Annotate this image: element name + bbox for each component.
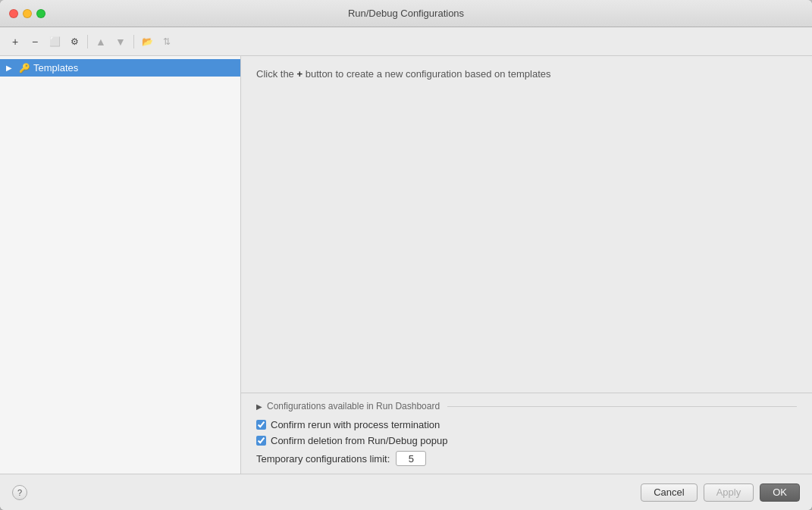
sort-button[interactable]: ⇅: [158, 33, 176, 51]
limit-row: Temporary configurations limit:: [256, 451, 797, 466]
footer: ? Cancel Apply OK: [0, 474, 812, 510]
main-content: Click the + button to create a new confi…: [241, 56, 812, 393]
arrow-up-icon: ▲: [96, 36, 106, 48]
toolbar: + − ⬜ ⚙ ▲ ▼ 📂 ⇅: [0, 27, 812, 56]
confirm-deletion-checkbox[interactable]: [256, 436, 266, 446]
collapsible-title: Configurations available in Run Dashboar…: [267, 401, 440, 411]
title-bar: Run/Debug Configurations: [0, 0, 812, 27]
toolbar-separator-2: [133, 35, 134, 48]
footer-right: Cancel Apply OK: [641, 483, 800, 502]
limit-input[interactable]: [396, 451, 426, 466]
wrench-icon: ⚙: [71, 36, 79, 47]
main-panel: Click the + button to create a new confi…: [241, 56, 812, 474]
checkbox-row-deletion: Confirm deletion from Run/Debug popup: [256, 435, 797, 446]
add-config-button[interactable]: +: [6, 33, 24, 51]
copy-icon: ⬜: [49, 36, 61, 47]
chevron-right-icon: ▶: [6, 64, 15, 72]
close-button[interactable]: [9, 9, 18, 18]
content: ▶ 🔑 Templates Click the + button to crea…: [0, 56, 812, 474]
minimize-button[interactable]: [23, 9, 32, 18]
checkbox-row-rerun: Confirm rerun with process termination: [256, 419, 797, 430]
traffic-lights: [9, 9, 45, 18]
move-up-button[interactable]: ▲: [92, 33, 110, 51]
question-mark-icon: ?: [17, 488, 22, 497]
sort-icon: ⇅: [163, 36, 171, 47]
wrench-button[interactable]: ⚙: [65, 33, 83, 51]
remove-icon: −: [32, 36, 38, 48]
folder-icon: 📂: [142, 36, 153, 47]
folder-button[interactable]: 📂: [138, 33, 156, 51]
window-title: Run/Debug Configurations: [348, 8, 464, 19]
templates-label: Templates: [33, 62, 78, 74]
collapse-chevron-icon: ▶: [256, 402, 262, 411]
copy-config-button[interactable]: ⬜: [45, 33, 64, 51]
remove-config-button[interactable]: −: [26, 33, 44, 51]
collapsible-header[interactable]: ▶ Configurations available in Run Dashbo…: [256, 401, 797, 411]
maximize-button[interactable]: [36, 9, 45, 18]
ok-button[interactable]: OK: [760, 483, 800, 502]
sidebar-item-templates[interactable]: ▶ 🔑 Templates: [0, 59, 240, 77]
footer-left: ?: [12, 485, 27, 500]
limit-label: Temporary configurations limit:: [256, 453, 390, 465]
hint-plus: +: [296, 68, 303, 80]
confirm-rerun-label: Confirm rerun with process termination: [271, 419, 440, 430]
hint-suffix: button to create a new configuration bas…: [306, 68, 551, 80]
cancel-button[interactable]: Cancel: [641, 483, 697, 502]
help-button[interactable]: ?: [12, 485, 27, 500]
apply-button[interactable]: Apply: [704, 483, 754, 502]
move-down-button[interactable]: ▼: [111, 33, 130, 51]
confirm-deletion-label: Confirm deletion from Run/Debug popup: [271, 435, 447, 446]
add-icon: +: [12, 36, 18, 48]
confirm-rerun-checkbox[interactable]: [256, 420, 266, 430]
collapsible-divider: [447, 406, 797, 407]
hint-text: Click the + button to create a new confi…: [256, 68, 797, 80]
hint-prefix: Click the: [256, 68, 294, 80]
bottom-section: ▶ Configurations available in Run Dashbo…: [241, 393, 812, 474]
sidebar: ▶ 🔑 Templates: [0, 56, 241, 474]
window: Run/Debug Configurations + − ⬜ ⚙ ▲ ▼ 📂 ⇅: [0, 0, 812, 510]
arrow-down-icon: ▼: [115, 36, 126, 48]
toolbar-separator-1: [87, 35, 88, 48]
key-icon: 🔑: [18, 63, 30, 74]
